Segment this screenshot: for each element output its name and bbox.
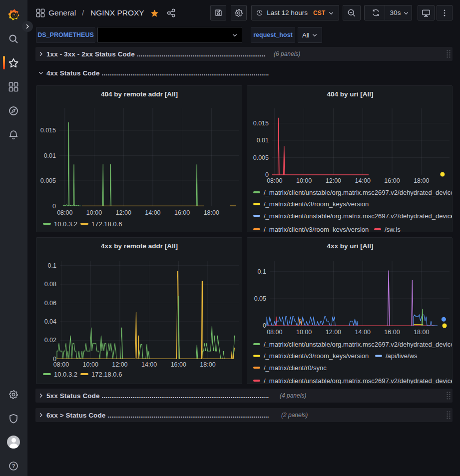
svg-text:14:00: 14:00: [141, 361, 157, 368]
svg-text:12:00: 12:00: [326, 177, 341, 184]
svg-text:16:00: 16:00: [384, 329, 400, 336]
svg-text:14:00: 14:00: [355, 329, 371, 336]
svg-text:10:00: 10:00: [83, 361, 98, 368]
svg-text:16:00: 16:00: [174, 209, 190, 216]
svg-text:10:00: 10:00: [296, 329, 312, 336]
svg-text:/_matrix/client/unstable/org.m: /_matrix/client/unstable/org.matrix.msc2…: [264, 341, 453, 348]
svg-text:08:00: 08:00: [57, 209, 72, 216]
svg-text:4xx by remote addr [All]: 4xx by remote addr [All]: [101, 242, 178, 250]
svg-text:404 by uri [All]: 404 by uri [All]: [327, 90, 373, 98]
svg-text:16:00: 16:00: [171, 361, 186, 368]
svg-text:/_matrix/client/v3/room_keys/v: /_matrix/client/v3/room_keys/version: [264, 352, 369, 360]
svg-text:14:00: 14:00: [145, 209, 160, 216]
svg-text:12:00: 12:00: [326, 329, 341, 336]
svg-text:/_matrix/client/unstable/org.m: /_matrix/client/unstable/org.matrix.msc2…: [264, 189, 453, 196]
svg-text:12:00: 12:00: [116, 209, 131, 216]
svg-text:0.04: 0.04: [44, 318, 56, 325]
svg-text:0.1: 0.1: [48, 262, 56, 269]
svg-text:10.0.3.2: 10.0.3.2: [54, 220, 77, 228]
svg-text:0.005: 0.005: [253, 154, 269, 161]
svg-text:10:00: 10:00: [296, 177, 312, 184]
svg-text:0.005: 0.005: [40, 177, 56, 184]
svg-text:172.18.0.6: 172.18.0.6: [91, 371, 122, 378]
svg-text:0.015: 0.015: [40, 127, 56, 134]
svg-text:0.01: 0.01: [257, 137, 269, 144]
svg-text:08:00: 08:00: [53, 361, 69, 368]
svg-text:/_matrix/client/v3/room_keys/v: /_matrix/client/v3/room_keys/version: [264, 226, 369, 233]
svg-text:18:00: 18:00: [204, 209, 219, 216]
svg-text:4xx by uri [All]: 4xx by uri [All]: [327, 242, 373, 250]
svg-text:0.1: 0.1: [258, 268, 266, 275]
svg-text:?: ?: [12, 463, 15, 469]
svg-text:/_matrix/client/v3/room_keys/v: /_matrix/client/v3/room_keys/version: [264, 200, 369, 208]
svg-text:0.08: 0.08: [44, 281, 56, 288]
svg-text:08:00: 08:00: [267, 329, 282, 336]
svg-text:16:00: 16:00: [384, 177, 400, 184]
svg-text:18:00: 18:00: [414, 177, 429, 184]
svg-text:0.05: 0.05: [254, 295, 266, 302]
svg-text:10.0.3.2: 10.0.3.2: [54, 371, 77, 378]
svg-text:08:00: 08:00: [267, 177, 282, 184]
svg-text:172.18.0.6: 172.18.0.6: [91, 220, 122, 228]
svg-text:0.015: 0.015: [253, 120, 269, 127]
svg-text:/_matrix/client/unstable/org.m: /_matrix/client/unstable/org.matrix.msc2…: [264, 212, 453, 220]
svg-text:/_matrix/client/unstable/org.m: /_matrix/client/unstable/org.matrix.msc2…: [264, 377, 453, 385]
svg-text:14:00: 14:00: [355, 177, 371, 184]
svg-text:18:00: 18:00: [414, 329, 429, 336]
svg-text:0.01: 0.01: [44, 152, 56, 159]
svg-text:18:00: 18:00: [200, 361, 215, 368]
svg-text:/sw.js: /sw.js: [385, 226, 401, 233]
svg-text:/_matrix/client/r0/sync: /_matrix/client/r0/sync: [264, 364, 327, 372]
svg-text:/api/live/ws: /api/live/ws: [386, 352, 418, 360]
svg-text:0.02: 0.02: [44, 337, 56, 344]
svg-text:0.06: 0.06: [44, 300, 56, 307]
svg-text:404 by remote addr [All]: 404 by remote addr [All]: [101, 90, 178, 98]
svg-text:12:00: 12:00: [112, 361, 127, 368]
svg-text:10:00: 10:00: [86, 209, 102, 216]
svg-text:0: 0: [263, 322, 266, 329]
svg-text:0: 0: [52, 203, 56, 210]
